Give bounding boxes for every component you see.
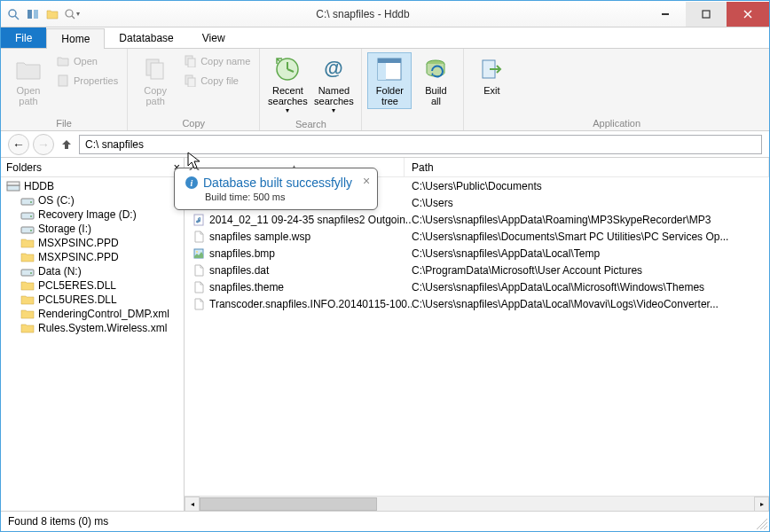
ribbon-group-build: Folder tree Build all bbox=[362, 49, 464, 130]
quick-access-toolbar: ▾ bbox=[1, 6, 81, 22]
tab-home[interactable]: Home bbox=[46, 28, 105, 49]
folder-tree-button[interactable]: Folder tree bbox=[367, 52, 412, 109]
folder-icon[interactable] bbox=[43, 6, 61, 22]
tree-root[interactable]: HDDB bbox=[1, 179, 184, 193]
named-searches-button[interactable]: @ Named searches▾ bbox=[311, 52, 356, 117]
svg-rect-28 bbox=[21, 213, 34, 219]
folders-pane: Folders × HDDB OS (C:)Recovery Image (D:… bbox=[1, 158, 185, 511]
svg-rect-12 bbox=[151, 63, 163, 79]
zoom-icon[interactable]: ▾ bbox=[63, 6, 81, 22]
drive-icon bbox=[20, 223, 35, 235]
copy-name-icon bbox=[183, 54, 197, 68]
scroll-right-button[interactable]: ▸ bbox=[754, 497, 769, 512]
up-button[interactable] bbox=[58, 136, 75, 153]
svg-rect-24 bbox=[7, 185, 20, 191]
svg-point-4 bbox=[66, 10, 73, 17]
properties-icon bbox=[56, 74, 70, 88]
tree-item[interactable]: Storage (I:) bbox=[1, 222, 184, 236]
ribbon-group-search: Recent searches▾ @ Named searches▾ Searc… bbox=[260, 49, 362, 130]
folder-tree-icon bbox=[375, 55, 404, 83]
copy-name-button[interactable]: Copy name bbox=[179, 52, 254, 70]
file-icon bbox=[192, 231, 206, 243]
nav-bar: ← → bbox=[1, 131, 769, 158]
results-pane: ▲ Path C:\Users\Public\Documents C:\User… bbox=[185, 158, 769, 511]
info-icon: i bbox=[185, 176, 198, 189]
result-row[interactable]: snapfiles.theme C:\Users\snapfiles\AppDa… bbox=[185, 278, 769, 295]
close-button[interactable] bbox=[727, 2, 769, 27]
folders-header: Folders × bbox=[1, 158, 184, 177]
svg-point-33 bbox=[30, 272, 32, 274]
recent-searches-button[interactable]: Recent searches▾ bbox=[265, 52, 310, 117]
forward-button[interactable]: → bbox=[33, 134, 54, 155]
copy-path-icon bbox=[141, 55, 169, 83]
open-button[interactable]: Open bbox=[52, 52, 122, 70]
svg-point-0 bbox=[9, 10, 16, 17]
ribbon-group-file: Open path Open Properties File bbox=[1, 49, 128, 130]
svg-text:@: @ bbox=[325, 57, 343, 79]
tree-item[interactable]: MSXPSINC.PPD bbox=[1, 250, 184, 264]
tree-item[interactable]: RenderingControl_DMP.xml bbox=[1, 307, 184, 321]
build-all-button[interactable]: Build all bbox=[413, 52, 458, 109]
tree-item[interactable]: MSXPSINC.PPD bbox=[1, 236, 184, 250]
result-row[interactable]: Transcoder.snapfiles.INFO.20140115-100..… bbox=[185, 295, 769, 312]
copy-path-button[interactable]: Copy path bbox=[133, 52, 177, 109]
svg-rect-10 bbox=[59, 75, 67, 86]
panels-icon[interactable] bbox=[24, 6, 42, 22]
result-row[interactable]: snapfiles sample.wsp C:\Users\snapfiles\… bbox=[185, 228, 769, 245]
file-tab[interactable]: File bbox=[1, 27, 46, 48]
column-path[interactable]: Path bbox=[405, 158, 769, 176]
back-button[interactable]: ← bbox=[8, 134, 29, 155]
svg-rect-20 bbox=[378, 59, 401, 63]
tree-item[interactable]: PCL5ERES.DLL bbox=[1, 278, 184, 293]
resize-grip-icon[interactable] bbox=[757, 519, 767, 529]
result-row[interactable]: 2014_02_11 09-24-35 snapfiles2 Outgoin..… bbox=[185, 211, 769, 228]
minimize-button[interactable] bbox=[645, 2, 686, 27]
svg-point-29 bbox=[30, 215, 32, 217]
copy-file-button[interactable]: Copy file bbox=[179, 72, 254, 90]
svg-rect-25 bbox=[7, 182, 20, 185]
window-title: C:\ snapfiles - Hddb bbox=[81, 8, 645, 20]
folder-yellow-icon bbox=[20, 237, 35, 249]
toast-subtitle: Build time: 500 ms bbox=[205, 192, 352, 202]
svg-rect-16 bbox=[188, 78, 195, 87]
maximize-button[interactable] bbox=[686, 2, 727, 27]
result-row[interactable]: snapfiles.bmp C:\Users\snapfiles\AppData… bbox=[185, 245, 769, 262]
scroll-left-button[interactable]: ◂ bbox=[185, 497, 200, 512]
horizontal-scrollbar[interactable]: ◂ ▸ bbox=[185, 496, 769, 511]
open-path-button[interactable]: Open path bbox=[6, 52, 51, 109]
svg-rect-26 bbox=[21, 199, 34, 205]
tab-database[interactable]: Datatabase bbox=[105, 27, 187, 48]
ribbon: Open path Open Properties File Copy path… bbox=[1, 49, 769, 131]
results-list: C:\Users\Public\Documents C:\Users 2014_… bbox=[185, 177, 769, 496]
address-input[interactable] bbox=[79, 135, 762, 154]
window-controls bbox=[645, 2, 769, 27]
result-row[interactable]: snapfiles.dat C:\ProgramData\Microsoft\U… bbox=[185, 262, 769, 278]
file-icon bbox=[192, 281, 206, 293]
tree-item[interactable]: PCL5URES.DLL bbox=[1, 293, 184, 307]
tab-view[interactable]: View bbox=[188, 27, 240, 48]
svg-rect-14 bbox=[188, 59, 195, 67]
ribbon-tabs: File Home Datatabase View bbox=[1, 27, 769, 49]
search-icon[interactable] bbox=[4, 6, 22, 22]
tree-item[interactable]: OS (C:) bbox=[1, 193, 184, 207]
svg-point-31 bbox=[30, 230, 32, 231]
chevron-down-icon: ▾ bbox=[286, 106, 289, 114]
exit-button[interactable]: Exit bbox=[469, 52, 514, 98]
tree-item[interactable]: Data (N:) bbox=[1, 264, 184, 278]
titlebar: ▾ C:\ snapfiles - Hddb bbox=[1, 1, 769, 27]
build-all-icon bbox=[421, 55, 450, 83]
toast-close-button[interactable]: × bbox=[363, 174, 370, 188]
scroll-thumb[interactable] bbox=[200, 497, 377, 511]
notification-toast: i Database built successfylly Build time… bbox=[174, 168, 378, 210]
tree-item[interactable]: Rules.System.Wireless.xml bbox=[1, 321, 184, 335]
main-area: Folders × HDDB OS (C:)Recovery Image (D:… bbox=[1, 158, 769, 511]
recent-searches-icon bbox=[273, 55, 302, 83]
ribbon-group-application: Exit Application bbox=[464, 49, 769, 130]
folder-yellow-icon bbox=[20, 251, 35, 263]
properties-button[interactable]: Properties bbox=[52, 72, 122, 90]
chevron-down-icon: ▾ bbox=[332, 106, 335, 114]
svg-rect-2 bbox=[28, 10, 32, 19]
tree-item[interactable]: Recovery Image (D:) bbox=[1, 207, 184, 222]
audio-icon bbox=[192, 214, 206, 226]
status-bar: Found 8 items (0) ms bbox=[1, 511, 769, 530]
